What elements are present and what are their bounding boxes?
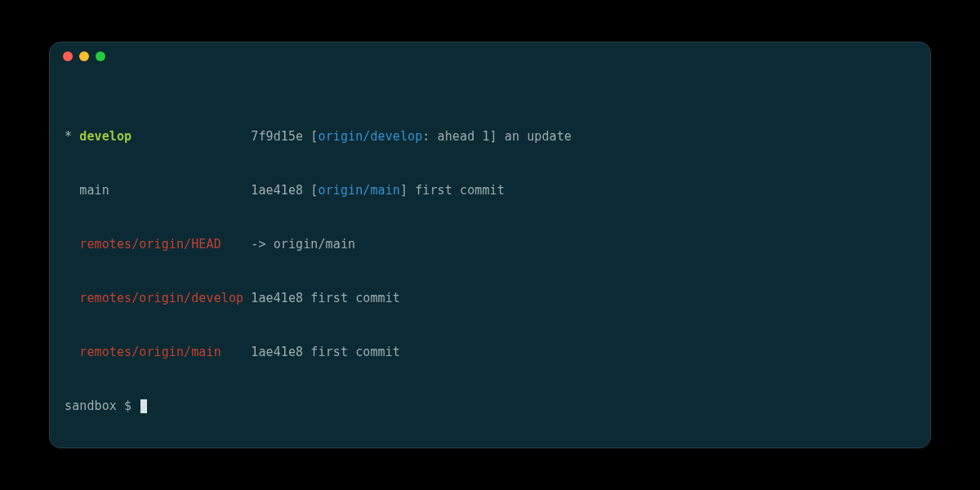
current-marker: * — [65, 129, 72, 144]
commit-msg: first commit — [303, 345, 400, 359]
commit-hash: 1ae41e8 — [251, 183, 303, 198]
current-marker — [65, 237, 72, 252]
commit-msg: first commit — [415, 183, 505, 198]
pad — [131, 129, 243, 144]
bracket-open: [ — [303, 183, 318, 198]
current-marker — [65, 345, 72, 359]
terminal-output[interactable]: * develop 7f9d15e [origin/develop: ahead… — [50, 70, 930, 448]
branch-name: remotes/origin/main — [79, 345, 220, 359]
terminal-window: * develop 7f9d15e [origin/develop: ahead… — [49, 42, 931, 448]
commit-msg: -> origin/main — [251, 237, 355, 252]
bracket-close: ] — [400, 183, 415, 198]
branch-name: remotes/origin/develop — [79, 291, 243, 305]
minimize-icon[interactable] — [79, 51, 89, 61]
commit-msg: an update — [505, 129, 572, 144]
commit-hash: 1ae41e8 — [251, 291, 303, 305]
titlebar — [50, 42, 930, 70]
close-icon[interactable] — [63, 51, 73, 61]
pad — [109, 183, 243, 198]
branch-row: main 1ae41e8 [origin/main] first commit — [65, 181, 915, 199]
commit-hash: 7f9d15e — [251, 129, 303, 144]
commit-hash: 1ae41e8 — [251, 345, 303, 359]
bracket-close: ] — [490, 129, 505, 144]
current-marker — [65, 291, 72, 305]
branch-row: remotes/origin/HEAD -> origin/main — [65, 235, 915, 253]
branch-row: remotes/origin/main 1ae41e8 first commit — [65, 343, 915, 361]
current-marker — [65, 183, 72, 198]
branch-row: remotes/origin/develop 1ae41e8 first com… — [65, 289, 915, 307]
branch-name: remotes/origin/HEAD — [79, 237, 220, 252]
branch-name: develop — [79, 129, 131, 144]
branch-name: main — [79, 183, 109, 198]
prompt-line[interactable]: sandbox $ — [65, 397, 915, 415]
pad — [221, 237, 243, 252]
bracket-open: [ — [303, 129, 318, 144]
prompt-text: sandbox $ — [65, 397, 139, 415]
pad — [221, 345, 243, 359]
zoom-icon[interactable] — [96, 51, 105, 61]
commit-msg: first commit — [303, 291, 400, 305]
tracking-suffix: : ahead 1 — [422, 129, 489, 144]
cursor-icon — [140, 399, 147, 413]
tracking-branch: origin/develop — [318, 129, 423, 144]
tracking-branch: origin/main — [318, 183, 400, 198]
branch-row: * develop 7f9d15e [origin/develop: ahead… — [65, 127, 915, 145]
